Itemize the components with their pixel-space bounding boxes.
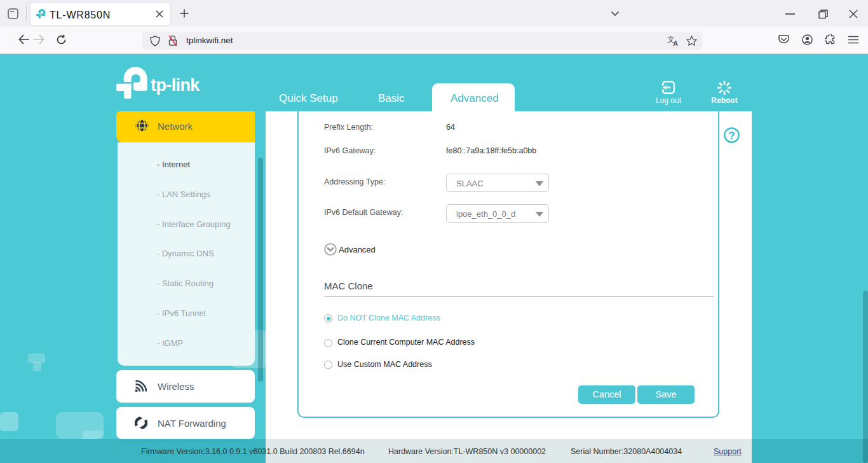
svg-text:A: A — [674, 40, 678, 46]
svg-text:?: ? — [728, 130, 735, 142]
